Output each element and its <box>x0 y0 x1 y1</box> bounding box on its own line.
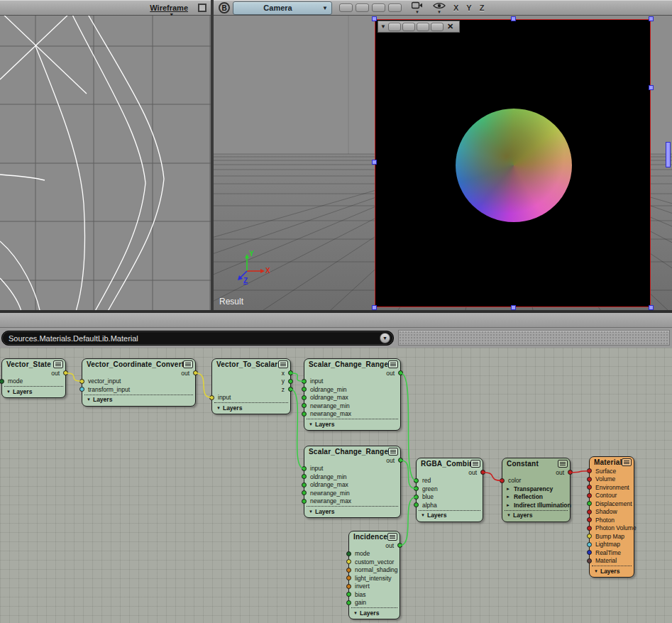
port-dot-x[interactable] <box>288 370 293 375</box>
port-dot-z[interactable] <box>288 387 293 392</box>
port-dot-out[interactable] <box>398 370 403 375</box>
shader-node-material[interactable]: Material SurfaceVolumeEnvironmentContour… <box>589 456 634 578</box>
port-dot-Contour[interactable] <box>587 493 592 498</box>
port-dot-Shadow[interactable] <box>587 509 592 514</box>
port-dot-red[interactable] <box>414 478 419 483</box>
node-menu-icon[interactable] <box>388 360 398 368</box>
shader-node-constant[interactable]: Constant outcolor►Transparency►Reflectio… <box>502 458 571 522</box>
layers-row[interactable]: ▼Layers <box>2 387 65 396</box>
shader-node-rgba_combine[interactable]: RGBA_Combine outredgreenbluealpha▼Layers <box>416 458 483 522</box>
view-option-button-1[interactable] <box>339 4 353 12</box>
region-option-button-3[interactable] <box>417 23 429 31</box>
port-group-row[interactable]: ►Transparency <box>502 485 570 493</box>
region-handle-tr[interactable] <box>649 16 654 21</box>
axis-z-button[interactable]: Z <box>480 4 485 12</box>
wireframe-viewport[interactable] <box>0 16 211 310</box>
camera-icon-menu[interactable]: ▼ <box>412 1 423 14</box>
maximize-viewport-button[interactable] <box>198 4 206 12</box>
port-dot-Material[interactable] <box>587 558 592 563</box>
port-dot-out[interactable] <box>193 370 198 375</box>
node-menu-icon[interactable] <box>388 448 398 456</box>
region-option-button-4[interactable] <box>431 23 444 31</box>
port-dot-out[interactable] <box>63 370 68 375</box>
layers-row[interactable]: ▼Layers <box>82 395 195 404</box>
layers-row[interactable]: ▼Layers <box>304 419 400 429</box>
viewport-memo-button[interactable]: B <box>219 2 230 13</box>
axis-y-button[interactable]: Y <box>466 4 471 12</box>
port-dot-input[interactable] <box>302 466 307 471</box>
port-dot-normal_shading[interactable] <box>346 568 351 573</box>
axis-x-button[interactable]: X <box>453 4 458 12</box>
shader-path-dropdown[interactable]: Sources.Materials.DefaultLib.Material ▼ <box>1 331 394 346</box>
shading-mode-menu[interactable]: Wireframe ▼ <box>150 4 188 12</box>
port-dot-out[interactable] <box>397 543 402 548</box>
region-option-button-2[interactable] <box>402 23 415 31</box>
camera-viewport[interactable]: Y X Z ▼ ✕ Result <box>214 16 672 310</box>
region-handle-ml[interactable] <box>372 160 377 165</box>
render-region[interactable]: ▼ ✕ <box>375 19 651 307</box>
shader-node-incidence[interactable]: Incidence outmodecustom_vectornormal_sha… <box>348 531 400 619</box>
rendertree-node-editor[interactable]: Vector_State outmode▼LayersVector_Coordi… <box>0 348 672 623</box>
port-dot-newrange_max[interactable] <box>302 412 307 417</box>
port-dot-y[interactable] <box>288 379 293 384</box>
port-dot-oldrange_max[interactable] <box>302 483 307 487</box>
port-dot-mode[interactable] <box>346 551 351 556</box>
layers-row[interactable]: ▼Layers <box>304 507 400 516</box>
port-group-row[interactable]: ►Indirect Illumination <box>502 501 570 509</box>
shader-node-scalar_change_range2[interactable]: Scalar_Change_Range2 outinputoldrange_mi… <box>304 358 401 431</box>
port-dot-blue[interactable] <box>414 495 419 500</box>
port-group-row[interactable]: ►Reflection <box>502 493 570 502</box>
region-handle-bm[interactable] <box>511 305 516 310</box>
view-option-button-4[interactable] <box>388 4 402 12</box>
node-menu-icon[interactable] <box>558 460 568 468</box>
shader-node-vector_coordinate_convertor[interactable]: Vector_Coordinate_Convertor outvector_in… <box>82 358 196 407</box>
layers-row[interactable]: ▼Layers <box>502 511 570 520</box>
node-menu-icon[interactable] <box>53 360 63 368</box>
port-dot-out[interactable] <box>398 458 403 463</box>
region-handle-br[interactable] <box>649 305 654 310</box>
region-handle-tm[interactable] <box>511 16 516 21</box>
port-dot-color[interactable] <box>500 478 505 483</box>
layers-row[interactable]: ▼Layers <box>349 608 400 617</box>
node-menu-icon[interactable] <box>183 360 193 368</box>
port-dot-vector_input[interactable] <box>79 379 84 384</box>
region-handle-bl[interactable] <box>372 305 377 310</box>
region-handle-tl[interactable] <box>372 16 377 21</box>
chevron-down-icon: ▼ <box>502 513 513 517</box>
visibility-menu[interactable]: ▼ <box>433 2 446 14</box>
port-dot-mode[interactable] <box>0 379 4 384</box>
port-dot-out[interactable] <box>480 470 485 475</box>
view-option-button-3[interactable] <box>372 4 385 12</box>
region-option-button-1[interactable] <box>388 23 401 31</box>
port-dot-out[interactable] <box>568 470 573 475</box>
shader-node-vector_to_scalars[interactable]: Vector_To_Scalars xyzinput▼Layers <box>211 358 291 414</box>
region-edge-handle[interactable] <box>666 142 671 167</box>
port-dot-Lightmap[interactable] <box>587 542 592 547</box>
chevron-down-icon[interactable]: ▼ <box>380 23 386 30</box>
layers-row[interactable]: ▼Layers <box>417 511 483 520</box>
input-port-row: color <box>502 477 570 485</box>
port-dot-newrange_max[interactable] <box>302 499 307 504</box>
port-dot-oldrange_max[interactable] <box>302 395 307 400</box>
port-dot-gain[interactable] <box>346 600 351 605</box>
port-dot-input[interactable] <box>302 379 307 384</box>
port-dot-Photon Volume[interactable] <box>587 526 592 531</box>
dropdown-button[interactable]: ▼ <box>380 333 390 343</box>
node-menu-icon[interactable] <box>387 533 397 541</box>
close-icon[interactable]: ✕ <box>447 22 453 31</box>
port-dot-Volume[interactable] <box>587 477 592 482</box>
layers-row[interactable]: ▼Layers <box>212 403 290 412</box>
shader-node-scalar_change_range3[interactable]: Scalar_Change_Range3 outinputoldrange_mi… <box>304 446 401 518</box>
view-option-button-2[interactable] <box>356 4 369 12</box>
region-handle-mr[interactable] <box>649 85 654 90</box>
node-menu-icon[interactable] <box>622 458 632 466</box>
layers-row[interactable]: ▼Layers <box>590 566 634 575</box>
port-dot-invert[interactable] <box>346 584 351 589</box>
port-label: alpha <box>417 502 437 509</box>
node-menu-icon[interactable] <box>278 360 288 368</box>
camera-view-dropdown[interactable]: Camera ▼ <box>233 1 332 15</box>
port-dot-input[interactable] <box>209 395 214 400</box>
node-menu-icon[interactable] <box>470 460 480 468</box>
shader-node-vector_state[interactable]: Vector_State outmode▼Layers <box>1 358 66 398</box>
node-title: Incidence <box>349 533 387 541</box>
